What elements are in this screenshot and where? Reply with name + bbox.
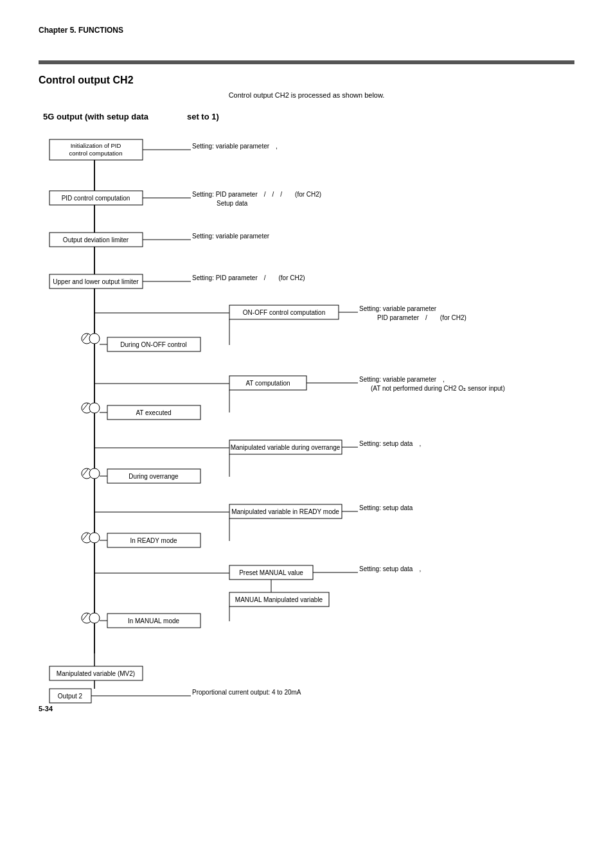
svg-text:Setting: PID parameter　/　　(for: Setting: PID parameter / (for CH2) bbox=[192, 274, 305, 281]
svg-text:Output deviation limiter: Output deviation limiter bbox=[63, 236, 129, 244]
subtitle-row: 5G output (with setup data set to 1) bbox=[43, 112, 570, 121]
svg-text:Manipulated variable in READY : Manipulated variable in READY mode bbox=[231, 508, 339, 515]
svg-text:Proportional current output: 4: Proportional current output: 4 to 20mA bbox=[192, 689, 301, 696]
svg-point-83 bbox=[89, 613, 100, 623]
svg-text:In MANUAL mode: In MANUAL mode bbox=[128, 617, 180, 624]
section-desc: Control output CH2 is processed as shown… bbox=[39, 91, 574, 99]
svg-point-31 bbox=[89, 333, 100, 344]
svg-text:PID control computation: PID control computation bbox=[62, 195, 130, 202]
svg-text:Manipulated variable during ov: Manipulated variable during overrange bbox=[231, 444, 341, 451]
svg-point-68 bbox=[89, 533, 100, 543]
svg-text:Setting: PID parameter　/　/　/　　: Setting: PID parameter / / / (for CH2) bbox=[192, 191, 321, 198]
svg-text:AT executed: AT executed bbox=[136, 409, 171, 416]
svg-text:AT computation: AT computation bbox=[245, 380, 290, 387]
svg-point-56 bbox=[89, 468, 100, 479]
svg-text:Output 2: Output 2 bbox=[58, 693, 83, 700]
svg-text:During overrange: During overrange bbox=[129, 473, 179, 480]
svg-text:ON-OFF control computation: ON-OFF control computation bbox=[243, 309, 325, 316]
svg-text:Setting: variable parameter　,: Setting: variable parameter , bbox=[192, 143, 278, 150]
svg-text:Preset MANUAL value: Preset MANUAL value bbox=[239, 569, 303, 576]
section-divider bbox=[39, 60, 574, 64]
svg-text:Initialization of PID: Initialization of PID bbox=[71, 142, 121, 149]
svg-text:Setup data: Setup data bbox=[217, 200, 248, 207]
svg-text:control computation: control computation bbox=[69, 150, 123, 157]
svg-text:Manipulated variable (MV2): Manipulated variable (MV2) bbox=[57, 670, 135, 677]
svg-text:Setting: setup data　,: Setting: setup data , bbox=[359, 565, 421, 572]
svg-point-44 bbox=[89, 403, 100, 413]
page-number: 5-34 bbox=[39, 705, 53, 713]
svg-text:During ON-OFF control: During ON-OFF control bbox=[120, 341, 186, 348]
svg-text:MANUAL Manipulated variable: MANUAL Manipulated variable bbox=[235, 596, 323, 603]
chapter-title: Chapter 5. FUNCTIONS bbox=[39, 26, 574, 35]
svg-text:PID parameter　/　　(for CH2): PID parameter / (for CH2) bbox=[377, 314, 466, 321]
svg-text:Setting: variable parameter: Setting: variable parameter bbox=[192, 233, 270, 240]
flow-diagram: Initialization of PID control computatio… bbox=[43, 133, 570, 692]
svg-text:In READY mode: In READY mode bbox=[130, 537, 177, 544]
svg-text:Upper and lower output limiter: Upper and lower output limiter bbox=[53, 278, 139, 285]
section-title: Control output CH2 bbox=[39, 75, 574, 86]
svg-text:Setting: setup data: Setting: setup data bbox=[359, 504, 413, 511]
svg-text:(AT not performed during CH2 O: (AT not performed during CH2 O₂ sensor i… bbox=[371, 385, 505, 392]
svg-text:Setting: variable parameter: Setting: variable parameter bbox=[359, 305, 437, 312]
subtitle-right: set to 1) bbox=[187, 112, 219, 121]
svg-text:Setting: variable parameter　,: Setting: variable parameter , bbox=[359, 376, 445, 383]
subtitle-left: 5G output (with setup data bbox=[43, 112, 148, 121]
diagram-area: 5G output (with setup data set to 1) Ini… bbox=[43, 112, 570, 693]
svg-text:Setting: setup data　,: Setting: setup data , bbox=[359, 440, 421, 447]
